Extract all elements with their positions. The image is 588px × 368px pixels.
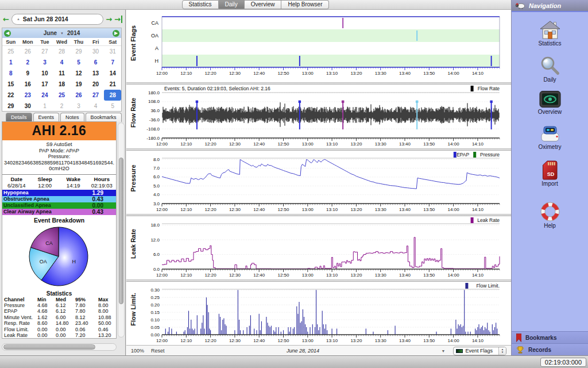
calendar-day-cell[interactable]: 1 (2, 57, 20, 68)
calendar-day-cell[interactable]: 29 (2, 101, 20, 112)
calendar-day-cell[interactable]: 7 (104, 57, 121, 68)
chart-plot[interactable]: CAOAAH12:0012:1012:2012:3012:4012:5013:0… (126, 12, 511, 82)
previous-month-button[interactable]: ◀ (4, 30, 11, 37)
calendar-day-cell[interactable]: 26 (20, 46, 37, 57)
calendar-day-cell[interactable]: 31 (104, 46, 121, 57)
calendar-day-cell[interactable]: 6 (87, 57, 105, 68)
chart-plot[interactable]: 8.07.06.05.04.03.0PressureEPAP12:0012:10… (126, 151, 511, 214)
calendar-day-cell[interactable]: 3 (36, 57, 53, 68)
vertical-scrollbar-thumb[interactable] (119, 158, 123, 304)
calendar-day-cell[interactable]: 20 (87, 79, 105, 90)
nav-item-oximetry[interactable]: Oximetry (512, 125, 588, 160)
calendar-day-cell[interactable]: 5 (70, 57, 87, 68)
svg-text:0.00: 0.00 (150, 332, 160, 338)
calendar-month[interactable]: June (44, 30, 57, 36)
calendar-day-cell[interactable]: 26 (70, 90, 87, 101)
calendar-day-cell[interactable]: 10 (36, 68, 53, 79)
calendar-day-cell[interactable]: 29 (70, 46, 87, 57)
svg-text:12:40: 12:40 (253, 207, 265, 212)
calendar-day-cell[interactable]: 28 (104, 90, 121, 101)
calendar-day-cell[interactable]: 4 (87, 101, 105, 112)
nav-item-help[interactable]: Help (512, 201, 588, 236)
svg-text:12:50: 12:50 (277, 338, 289, 343)
pressure-chart[interactable]: 8.07.06.05.04.03.0PressureEPAP12:0012:10… (126, 151, 511, 214)
date-combo[interactable]: ▲ Sat Jun 28 2014 (11, 14, 103, 25)
calendar-day-cell[interactable]: 12 (70, 68, 87, 79)
panel-tab-bookmarks[interactable]: Bookmarks (86, 113, 122, 122)
panel-tab-notes[interactable]: Notes (60, 113, 84, 122)
svg-text:13:50: 13:50 (423, 338, 435, 343)
panel-tab-details[interactable]: Details (6, 113, 32, 122)
session-value: 6/28/14 (2, 182, 31, 189)
calendar-day-cell[interactable]: 24 (36, 90, 53, 101)
flow-rate-chart[interactable]: 180.0108.036.0-36.0-108.0-180.0Events: 5… (126, 85, 511, 148)
calendar-day-cell[interactable]: 13 (87, 68, 105, 79)
chart-plot[interactable]: 0.300.250.200.150.100.050.00Flow Limit.1… (126, 282, 511, 345)
next-month-button[interactable]: ▶ (113, 30, 119, 37)
event-index-row: Obstructive Apnea0.43 (2, 196, 116, 202)
calendar-day-cell[interactable]: 2 (53, 101, 71, 112)
calendar-year[interactable]: 2014 (67, 30, 80, 36)
nav-item-import[interactable]: SD Import (512, 160, 588, 195)
previous-day-arrow[interactable]: ← (3, 16, 9, 23)
nav-item-overview[interactable]: Overview (512, 90, 588, 125)
nav-item-statistics[interactable]: Statistics (512, 20, 588, 55)
panel-tab-events[interactable]: Events (33, 113, 60, 122)
svg-text:12:10: 12:10 (180, 207, 192, 212)
calendar-day-cell[interactable]: 22 (2, 90, 20, 101)
tab-daily[interactable]: Daily (219, 0, 245, 9)
chart-plot[interactable]: 180.0108.036.0-36.0-108.0-180.0Events: 5… (126, 85, 511, 148)
calendar-day-cell[interactable]: 15 (2, 79, 20, 90)
chart-select-dropdown[interactable]: Event Flags ▲▼ (453, 347, 506, 355)
tab-statistics[interactable]: Statistics (182, 0, 219, 9)
flow-limitation-chart[interactable]: 0.300.250.200.150.100.050.00Flow Limit.1… (126, 282, 511, 345)
calendar-day-cell[interactable]: 11 (53, 68, 71, 79)
dropdown-stepper[interactable]: ▲▼ (498, 347, 506, 355)
bookmarks-section[interactable]: Bookmarks (512, 331, 588, 343)
calendar-day-cell[interactable]: 14 (104, 68, 121, 79)
svg-text:12:30: 12:30 (229, 207, 241, 212)
leak-rate-chart[interactable]: 18.012.06.00.0Leak Rate12:0012:1012:2012… (126, 216, 511, 279)
tab-help-browser[interactable]: Help Browser (281, 0, 329, 9)
calendar-day-cell[interactable]: 2 (20, 57, 37, 68)
calendar-day-cell[interactable]: 16 (20, 79, 37, 90)
calendar-day-cell[interactable]: 8 (2, 68, 20, 79)
calendar-day-cell[interactable]: 30 (87, 46, 105, 57)
tab-overview[interactable]: Overview (245, 0, 282, 9)
details-vertical-scrollbar[interactable] (118, 122, 125, 338)
horizontal-scrollbar-thumb[interactable] (3, 344, 95, 350)
calendar-day-cell[interactable]: 9 (20, 68, 37, 79)
svg-text:14:00: 14:00 (448, 71, 460, 76)
svg-text:14:00: 14:00 (448, 207, 460, 212)
chart-plot[interactable]: 18.012.06.00.0Leak Rate12:0012:1012:2012… (126, 216, 511, 279)
details-horizontal-scrollbar[interactable] (2, 343, 117, 351)
zoom-level-label: 100% (131, 348, 144, 354)
calendar-day-cell[interactable]: 19 (70, 79, 87, 90)
calendar-day-cell[interactable]: 28 (53, 46, 71, 57)
dropdown-triangle-button[interactable]: ▼ (442, 349, 446, 353)
calendar-day-cell[interactable]: 27 (87, 90, 105, 101)
reset-button[interactable]: Reset (151, 348, 165, 354)
next-day-arrow[interactable]: → (106, 16, 112, 23)
svg-text:12:50: 12:50 (277, 141, 289, 147)
calendar-day-cell[interactable]: 23 (20, 90, 37, 101)
calendar-day-cell[interactable]: 5 (104, 101, 121, 112)
calendar-day-cell[interactable]: 25 (53, 90, 71, 101)
calendar-day-cell[interactable]: 4 (53, 57, 71, 68)
calendar-day-cell[interactable]: 27 (36, 46, 53, 57)
nav-item-daily[interactable]: Daily (512, 55, 588, 90)
svg-text:13:50: 13:50 (423, 71, 435, 76)
event-flags-chart[interactable]: CAOAAH12:0012:1012:2012:3012:4012:5013:0… (126, 12, 511, 82)
calendar-day-cell[interactable]: 21 (104, 79, 121, 90)
calendar-day-cell[interactable]: 1 (36, 101, 53, 112)
svg-text:13:30: 13:30 (375, 207, 387, 212)
calendar-day-cell[interactable]: 25 (2, 46, 20, 57)
svg-text:13:20: 13:20 (350, 141, 362, 147)
calendar-day-cell[interactable]: 17 (36, 79, 53, 90)
calendar-day-cell[interactable]: 30 (20, 101, 37, 112)
svg-text:12:40: 12:40 (253, 71, 265, 76)
latest-day-arrow[interactable]: → (114, 16, 122, 23)
calendar-day-cell[interactable]: 18 (53, 79, 71, 90)
records-section[interactable]: Records (512, 343, 588, 355)
calendar-day-cell[interactable]: 3 (70, 101, 87, 112)
